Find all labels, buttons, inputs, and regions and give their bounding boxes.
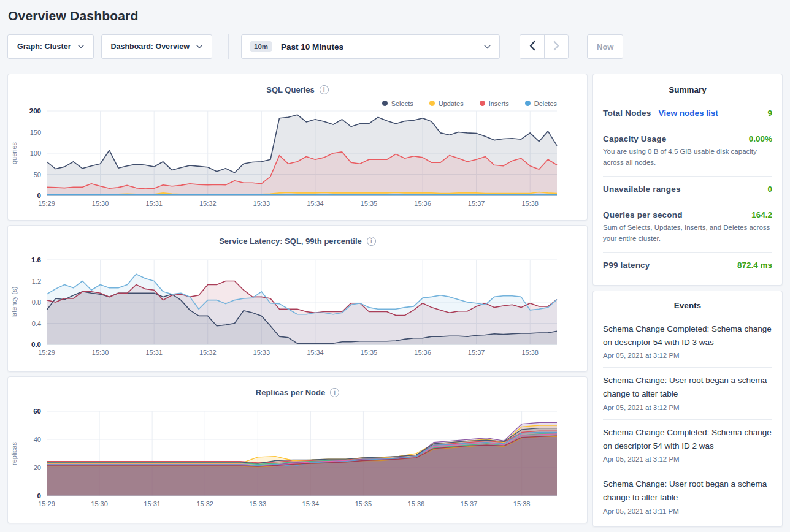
sidebar-column: Summary Total Nodes View nodes list 9 Ca… <box>592 74 783 527</box>
legend-item-updates[interactable]: Updates <box>429 99 464 107</box>
time-range-selector[interactable]: 10m Past 10 Minutes <box>241 34 500 59</box>
svg-text:15:32: 15:32 <box>199 200 217 207</box>
legend-item-deletes[interactable]: Deletes <box>525 99 557 107</box>
service-latency-plot: 0.00.40.81.21.615:2915:3015:3115:3215:33… <box>8 248 587 360</box>
svg-text:15:33: 15:33 <box>253 200 270 207</box>
queries-per-second-value: 164.2 <box>751 210 772 219</box>
page-title: Overview Dashboard <box>0 0 790 34</box>
event-item: Schema Change Completed: Schema change o… <box>603 316 772 368</box>
svg-text:latency (s): latency (s) <box>10 287 18 318</box>
sql-queries-plot: 05010015020015:2915:3015:3115:3215:3315:… <box>8 107 587 211</box>
svg-text:queries: queries <box>10 142 18 164</box>
summary-heading: Summary <box>603 85 772 101</box>
unavailable-ranges-label: Unavailable ranges <box>603 184 681 194</box>
prev-range-button[interactable] <box>520 35 544 58</box>
svg-text:0.4: 0.4 <box>32 320 41 327</box>
chart-title: Replicas per Node <box>256 388 325 397</box>
info-icon[interactable]: i <box>330 388 339 397</box>
event-text: Schema Change: User root began a schema … <box>603 477 772 505</box>
next-range-button[interactable] <box>544 35 568 58</box>
svg-text:15:35: 15:35 <box>361 349 378 356</box>
view-nodes-list-link[interactable]: View nodes list <box>658 108 718 118</box>
legend-item-selects[interactable]: Selects <box>382 99 413 107</box>
svg-text:15:29: 15:29 <box>38 349 55 356</box>
legend-dot-icon <box>525 101 531 106</box>
info-icon[interactable]: i <box>367 237 376 246</box>
svg-text:20: 20 <box>34 464 41 471</box>
svg-text:0: 0 <box>37 192 41 199</box>
unavailable-ranges-row: Unavailable ranges 0 <box>603 177 772 202</box>
now-button[interactable]: Now <box>587 34 623 59</box>
service-latency-chart-card: Service Latency: SQL, 99th percentile i … <box>7 225 588 372</box>
svg-text:200: 200 <box>29 107 41 115</box>
main-content: SQL Queries i SelectsUpdatesInsertsDelet… <box>7 74 783 527</box>
chevron-down-icon <box>484 45 491 49</box>
capacity-usage-desc: You are using 0 B of 4.5 GiB usable disk… <box>603 146 772 176</box>
total-nodes-value: 9 <box>767 108 772 118</box>
charts-column: SQL Queries i SelectsUpdatesInsertsDelet… <box>7 74 588 523</box>
svg-text:15:38: 15:38 <box>521 349 539 356</box>
legend-dot-icon <box>480 101 485 106</box>
event-item: Schema Change Completed: Schema change o… <box>603 420 772 471</box>
svg-text:15:30: 15:30 <box>91 500 108 507</box>
legend-dot-icon <box>382 101 388 106</box>
svg-text:15:32: 15:32 <box>199 349 217 356</box>
chart-legend: SelectsUpdatesInsertsDeletes <box>8 96 587 107</box>
svg-text:40: 40 <box>34 436 41 443</box>
svg-text:1.2: 1.2 <box>32 278 41 285</box>
svg-text:15:37: 15:37 <box>468 349 485 356</box>
svg-text:150: 150 <box>30 129 41 136</box>
svg-text:15:33: 15:33 <box>250 500 267 507</box>
svg-text:15:34: 15:34 <box>307 200 324 207</box>
svg-text:15:32: 15:32 <box>196 500 213 507</box>
svg-text:15:31: 15:31 <box>145 349 163 356</box>
svg-text:15:29: 15:29 <box>38 500 55 507</box>
overview-dashboard-page: Overview Dashboard Graph: Cluster Dashbo… <box>0 0 790 532</box>
svg-text:15:36: 15:36 <box>414 349 431 356</box>
svg-text:1.6: 1.6 <box>31 256 41 264</box>
svg-text:15:37: 15:37 <box>461 500 478 507</box>
svg-text:15:31: 15:31 <box>145 200 163 207</box>
graph-dropdown[interactable]: Graph: Cluster <box>7 34 94 59</box>
dashboard-dropdown-label: Dashboard: Overview <box>111 42 190 51</box>
chart-title: Service Latency: SQL, 99th percentile <box>219 237 362 246</box>
svg-text:15:33: 15:33 <box>253 349 270 356</box>
event-time: Apr 05, 2021 at 3:12 PM <box>603 404 772 411</box>
replicas-per-node-chart-card: Replicas per Node i 020406015:2915:3015:… <box>7 376 588 523</box>
sql-queries-chart-card: SQL Queries i SelectsUpdatesInsertsDelet… <box>7 74 588 221</box>
events-heading: Events <box>603 301 772 316</box>
chevron-right-icon <box>553 40 560 53</box>
svg-text:0: 0 <box>37 492 41 500</box>
p99-latency-label: P99 latency <box>603 260 650 270</box>
total-nodes-row: Total Nodes View nodes list 9 <box>603 101 772 126</box>
svg-text:15:36: 15:36 <box>408 500 425 507</box>
capacity-usage-value: 0.00% <box>749 134 772 143</box>
legend-label: Updates <box>439 100 464 107</box>
legend-label: Deletes <box>534 100 557 107</box>
graph-dropdown-label: Graph: Cluster <box>17 42 71 51</box>
event-time: Apr 05, 2021 at 3:12 PM <box>603 455 772 463</box>
legend-label: Selects <box>391 100 413 107</box>
range-label: Past 10 Minutes <box>281 42 475 51</box>
range-badge: 10m <box>250 41 272 52</box>
events-panel: Events Schema Change Completed: Schema c… <box>592 291 783 527</box>
svg-text:15:34: 15:34 <box>302 500 320 507</box>
replicas-per-node-plot: 020406015:2915:3015:3115:3215:3315:3415:… <box>8 399 587 512</box>
legend-item-inserts[interactable]: Inserts <box>480 99 509 107</box>
svg-text:15:31: 15:31 <box>144 500 161 507</box>
svg-text:0.8: 0.8 <box>32 298 41 306</box>
svg-text:60: 60 <box>33 408 41 415</box>
p99-latency-row: P99 latency 872.4 ms <box>603 253 772 278</box>
svg-text:15:30: 15:30 <box>92 349 109 356</box>
info-icon[interactable]: i <box>320 85 329 94</box>
chevron-down-icon <box>78 45 84 48</box>
event-item: Schema Change: User root began a schema … <box>603 471 772 523</box>
svg-text:15:38: 15:38 <box>513 500 531 507</box>
queries-per-second-desc: Sum of Selects, Updates, Inserts, and De… <box>603 222 772 252</box>
svg-text:15:38: 15:38 <box>521 200 539 207</box>
chart-title: SQL Queries <box>266 85 315 94</box>
svg-text:15:36: 15:36 <box>414 200 431 207</box>
svg-text:15:34: 15:34 <box>307 349 324 356</box>
svg-text:replicas: replicas <box>10 442 18 465</box>
dashboard-dropdown[interactable]: Dashboard: Overview <box>101 34 213 59</box>
